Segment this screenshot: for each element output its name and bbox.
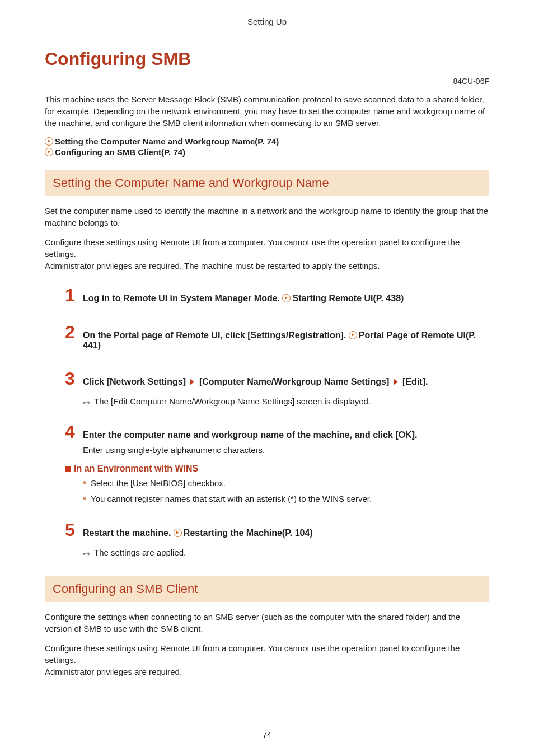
- step-3-seg3: [Edit].: [400, 377, 428, 386]
- toc-link-1[interactable]: Setting the Computer Name and Workgroup …: [45, 137, 489, 146]
- bullet-item: Select the [Use NetBIOS] checkbox.: [83, 477, 489, 489]
- toc-link-1-text: Setting the Computer Name and Workgroup …: [55, 137, 279, 146]
- step-3-number: 3: [65, 370, 83, 388]
- link-icon: [349, 331, 357, 339]
- step-3-seg1: Click [Network Settings]: [83, 377, 188, 386]
- section1-p3: Administrator privileges are required. T…: [45, 260, 489, 272]
- step-1-text: Log in to Remote UI in System Manager Mo…: [83, 293, 489, 304]
- result-arrow-icon: [83, 547, 92, 558]
- step-5-link[interactable]: Restarting the Machine(P. 104): [184, 528, 313, 538]
- step-4-subheading: In an Environment with WINS: [65, 464, 489, 474]
- triangle-separator-icon: [394, 379, 398, 385]
- doc-code: 84CU-06F: [45, 77, 489, 86]
- step-4-bullets: Select the [Use NetBIOS] checkbox. You c…: [83, 477, 489, 505]
- step-3-result: The [Edit Computer Name/Workgroup Name S…: [83, 395, 489, 407]
- step-1-text-a: Log in to Remote UI in System Manager Mo…: [83, 293, 282, 303]
- section2-header: Configuring an SMB Client: [45, 576, 489, 602]
- step-4-number: 4: [65, 423, 83, 441]
- document-page: Setting Up Configuring SMB 84CU-06F This…: [0, 0, 534, 756]
- link-icon: [282, 294, 291, 302]
- section2-p2: Configure these settings using Remote UI…: [45, 642, 489, 666]
- step-4-body-text: Enter using single-byte alphanumeric cha…: [83, 444, 489, 456]
- section1-header: Setting the Computer Name and Workgroup …: [45, 170, 489, 196]
- step-3: 3 Click [Network Settings] [Computer Nam…: [65, 370, 489, 388]
- page-number: 74: [0, 730, 534, 739]
- step-5-text: Restart the machine. Restarting the Mach…: [83, 528, 489, 538]
- link-icon: [45, 148, 53, 156]
- section1-p2: Configure these settings using Remote UI…: [45, 236, 489, 260]
- step-2: 2 On the Portal page of Remote UI, click…: [65, 323, 489, 351]
- step-3-seg2: [Computer Name/Workgroup Name Settings]: [196, 377, 391, 386]
- step-5: 5 Restart the machine. Restarting the Ma…: [65, 521, 489, 539]
- link-icon: [174, 529, 182, 537]
- triangle-separator-icon: [190, 379, 194, 385]
- section2-p3: Administrator privileges are required.: [45, 666, 489, 678]
- svg-rect-0: [83, 402, 85, 404]
- step-3-result-text: The [Edit Computer Name/Workgroup Name S…: [94, 396, 371, 406]
- step-2-number: 2: [65, 323, 83, 341]
- intro-paragraph: This machine uses the Server Message Blo…: [45, 94, 489, 129]
- step-1-link[interactable]: Starting Remote UI(P. 438): [292, 293, 404, 303]
- step-4-text: Enter the computer name and workgroup na…: [83, 430, 489, 440]
- toc-link-2[interactable]: Configuring an SMB Client(P. 74): [45, 147, 489, 157]
- toc-link-2-text: Configuring an SMB Client(P. 74): [55, 147, 185, 157]
- step-1-number: 1: [65, 286, 83, 304]
- step-1: 1 Log in to Remote UI in System Manager …: [65, 286, 489, 304]
- step-5-number: 5: [65, 521, 83, 539]
- step-3-text: Click [Network Settings] [Computer Name/…: [83, 377, 489, 387]
- step-4-body: Enter using single-byte alphanumeric cha…: [83, 444, 489, 456]
- step-5-result: The settings are applied.: [83, 547, 489, 558]
- step-5-result-text: The settings are applied.: [94, 548, 186, 557]
- result-arrow-icon: [83, 395, 92, 407]
- link-icon: [45, 137, 53, 146]
- page-title: Configuring SMB: [45, 49, 489, 73]
- running-header: Setting Up: [45, 17, 489, 26]
- step-4-subheading-text: In an Environment with WINS: [74, 464, 198, 473]
- bullet-item: You cannot register names that start wit…: [83, 493, 489, 505]
- step-2-text-a: On the Portal page of Remote UI, click […: [83, 330, 349, 340]
- step-2-text: On the Portal page of Remote UI, click […: [83, 330, 489, 351]
- step-4: 4 Enter the computer name and workgroup …: [65, 423, 489, 441]
- section1-p1: Set the computer name used to identify t…: [45, 205, 489, 228]
- step-5-text-a: Restart the machine.: [83, 528, 174, 538]
- section2-p1: Configure the settings when connecting t…: [45, 611, 489, 634]
- toc-links: Setting the Computer Name and Workgroup …: [45, 137, 489, 157]
- square-marker-icon: [65, 466, 71, 472]
- svg-rect-1: [83, 553, 85, 555]
